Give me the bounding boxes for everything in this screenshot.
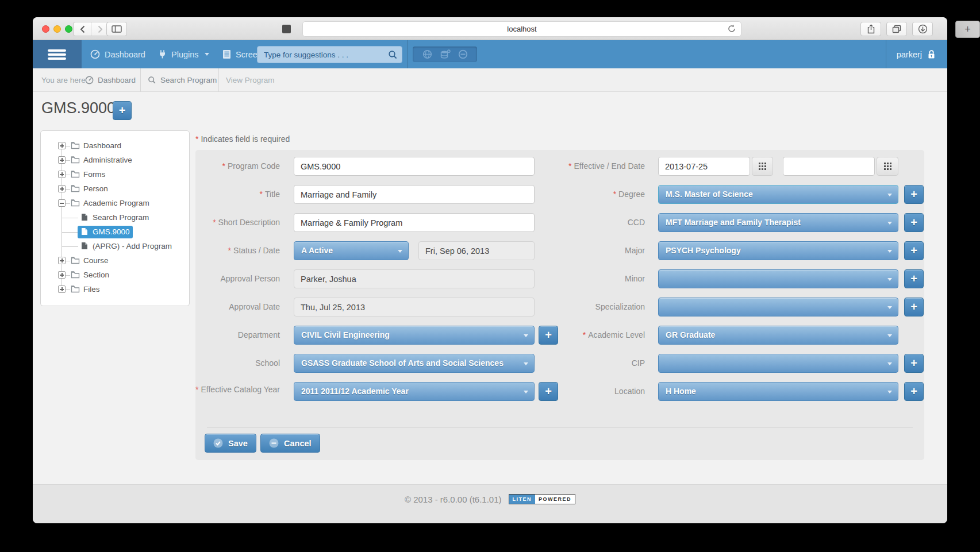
user-menu[interactable]: parkerj bbox=[897, 40, 936, 68]
ccd-select[interactable]: MFT Marriage and Family Therapist bbox=[658, 213, 898, 232]
short-description-input[interactable] bbox=[294, 213, 535, 232]
tree-item-person: Person bbox=[41, 183, 190, 195]
expand-icon[interactable] bbox=[58, 285, 66, 293]
refresh-button[interactable] bbox=[728, 24, 736, 35]
tree-item-files: Files bbox=[41, 283, 190, 296]
app-navbar: Dashboard Plugins Screens bbox=[33, 40, 947, 68]
add-specialization-button[interactable] bbox=[904, 298, 924, 316]
sidebar-icon bbox=[112, 25, 122, 33]
minor-select[interactable] bbox=[658, 269, 898, 288]
status-select[interactable]: A Active bbox=[294, 241, 409, 260]
label-short-description: Short Description bbox=[195, 213, 280, 227]
expand-icon[interactable] bbox=[58, 271, 66, 279]
academic-level-select[interactable]: GR Graduate bbox=[658, 326, 898, 345]
browser-titlebar: localhost bbox=[33, 17, 947, 40]
background-window-new-tab-button[interactable]: + bbox=[955, 21, 980, 38]
database-icon[interactable] bbox=[440, 49, 451, 60]
breadcrumb: You are here Dashboard Search Program Vi… bbox=[33, 68, 947, 92]
approval-person-input bbox=[294, 269, 535, 288]
nav-item-label: Plugins bbox=[171, 50, 199, 59]
effective-date-calendar-button[interactable] bbox=[752, 157, 773, 176]
sidebar-toggle-button[interactable] bbox=[106, 22, 127, 36]
add-location-button[interactable] bbox=[904, 382, 924, 401]
status-date-input bbox=[418, 241, 535, 260]
username-label: parkerj bbox=[897, 50, 922, 59]
search-icon bbox=[388, 50, 398, 62]
breadcrumb-prefix: You are here bbox=[41, 68, 86, 92]
tree-item-course: Course bbox=[41, 254, 190, 267]
expand-icon[interactable] bbox=[58, 185, 66, 192]
minimize-window-button[interactable] bbox=[53, 25, 61, 33]
address-bar[interactable]: localhost bbox=[302, 21, 741, 37]
tree-item-aprg-add-program: (APRG) - Add Program bbox=[41, 240, 190, 253]
cip-select[interactable] bbox=[658, 354, 898, 373]
tree-item-gms9000-selected: GMS.9000 bbox=[41, 226, 190, 238]
expand-icon[interactable] bbox=[58, 257, 66, 264]
menu-toggle-button[interactable] bbox=[33, 40, 82, 68]
chevron-down-icon bbox=[887, 391, 892, 393]
chevron-down-icon bbox=[887, 278, 892, 281]
add-minor-button[interactable] bbox=[904, 269, 924, 288]
navigation-tree: Dashboard Administrative Forms Person bbox=[40, 130, 190, 306]
add-cip-button[interactable] bbox=[904, 354, 924, 373]
chevron-down-icon bbox=[887, 194, 892, 196]
add-major-button[interactable] bbox=[904, 241, 924, 260]
collapse-icon[interactable] bbox=[58, 199, 66, 207]
show-all-tabs-button[interactable] bbox=[886, 22, 907, 36]
cancel-button[interactable]: Cancel bbox=[260, 434, 320, 453]
add-ccd-button[interactable] bbox=[904, 213, 924, 232]
label-department: Department bbox=[195, 326, 280, 340]
label-academic-level: Academic Level bbox=[560, 326, 645, 340]
save-button[interactable]: Save bbox=[205, 434, 256, 453]
end-date-calendar-button[interactable] bbox=[877, 157, 898, 176]
school-select[interactable]: GSASS Graduate School of Arts and Social… bbox=[294, 354, 535, 373]
add-department-button[interactable] bbox=[539, 326, 558, 345]
nav-item-plugins[interactable]: Plugins bbox=[158, 40, 209, 68]
chevron-down-icon bbox=[205, 53, 209, 56]
program-code-input[interactable] bbox=[294, 157, 535, 176]
add-degree-button[interactable] bbox=[904, 185, 924, 204]
folder-icon bbox=[71, 199, 80, 209]
globe-icon[interactable] bbox=[422, 49, 432, 59]
location-select[interactable]: H Home bbox=[658, 382, 898, 401]
tabs-overview-icon bbox=[892, 25, 901, 33]
browser-window: localhost bbox=[33, 17, 947, 523]
label-cip: CIP bbox=[560, 354, 645, 368]
breadcrumb-item-search-program[interactable]: Search Program bbox=[148, 68, 217, 92]
chevron-down-icon bbox=[887, 334, 892, 337]
back-button[interactable] bbox=[74, 22, 91, 36]
degree-select[interactable]: M.S. Master of Science bbox=[658, 185, 898, 204]
downloads-button[interactable] bbox=[912, 22, 933, 36]
chevron-down-icon bbox=[524, 391, 528, 393]
breadcrumb-item-dashboard[interactable]: Dashboard bbox=[85, 68, 136, 92]
file-icon bbox=[81, 227, 88, 237]
department-select[interactable]: CIVIL Civil Engineering bbox=[294, 326, 535, 345]
label-program-code: Program Code bbox=[195, 157, 280, 171]
label-major: Major bbox=[560, 241, 645, 256]
effective-catalog-year-select[interactable]: 2011 2011/12 Academic Year bbox=[294, 382, 535, 401]
title-input[interactable] bbox=[294, 185, 535, 204]
add-program-title-button[interactable] bbox=[113, 101, 132, 120]
effective-date-input[interactable] bbox=[658, 157, 750, 176]
nav-item-dashboard[interactable]: Dashboard bbox=[90, 40, 145, 68]
suggestion-search-input[interactable] bbox=[258, 47, 402, 63]
navbar-divider bbox=[407, 40, 408, 68]
share-button[interactable] bbox=[860, 22, 881, 36]
zoom-window-button[interactable] bbox=[65, 25, 72, 33]
calendar-grid-icon bbox=[884, 163, 891, 170]
major-select[interactable]: PSYCH Psychology bbox=[658, 241, 898, 260]
folder-icon bbox=[71, 256, 80, 266]
chevron-down-icon bbox=[524, 334, 528, 337]
folder-icon bbox=[71, 271, 80, 280]
add-catalog-year-button[interactable] bbox=[539, 382, 558, 401]
close-window-button[interactable] bbox=[42, 25, 49, 33]
expand-icon[interactable] bbox=[58, 142, 66, 149]
expand-icon[interactable] bbox=[58, 156, 66, 164]
screens-list-icon bbox=[222, 49, 231, 59]
expand-icon[interactable] bbox=[58, 171, 66, 178]
chevron-down-icon bbox=[887, 306, 892, 309]
app-footer: © 2013 - r6.0.00 (t6.1.01) LITEN POWERED bbox=[33, 484, 947, 523]
end-date-input[interactable] bbox=[783, 157, 875, 176]
ban-circle-icon[interactable] bbox=[458, 49, 468, 59]
specialization-select[interactable] bbox=[658, 298, 898, 316]
